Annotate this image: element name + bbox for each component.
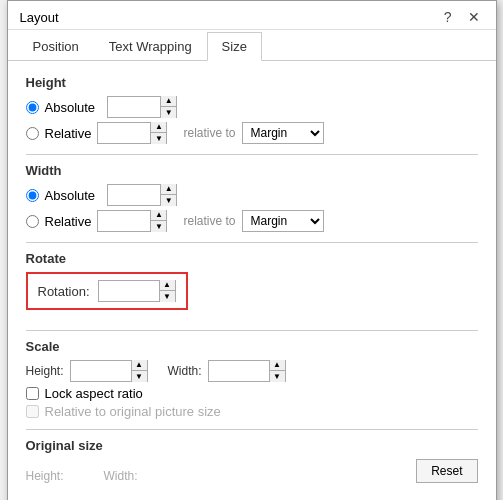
tab-position[interactable]: Position — [18, 32, 94, 61]
scale-height-down[interactable]: ▼ — [131, 371, 147, 382]
divider-2 — [26, 242, 478, 243]
rotate-section: Rotate Rotation: 0° ▲ ▼ — [26, 251, 478, 320]
divider-1 — [26, 154, 478, 155]
scale-height-item: Height: 100 % ▲ ▼ — [26, 360, 148, 382]
relative-to-original-row: Relative to original picture size — [26, 404, 478, 419]
rotation-input[interactable]: 0° — [99, 281, 159, 301]
width-margin-dropdown[interactable]: Margin Page — [242, 210, 324, 232]
tab-text-wrapping[interactable]: Text Wrapping — [94, 32, 207, 61]
scale-height-spin-buttons: ▲ ▼ — [131, 360, 147, 382]
original-size-fields: Height: Width: — [26, 469, 138, 483]
width-relative-spin: ▲ ▼ — [97, 210, 167, 232]
reset-button[interactable]: Reset — [416, 459, 477, 483]
height-absolute-input[interactable]: 0.42" — [108, 97, 160, 117]
divider-3 — [26, 330, 478, 331]
width-absolute-spin-buttons: ▲ ▼ — [160, 184, 176, 206]
original-size-row: Height: Width: Reset — [26, 459, 478, 483]
relative-to-original-label: Relative to original picture size — [45, 404, 221, 419]
width-absolute-down[interactable]: ▼ — [160, 195, 176, 206]
height-margin-dropdown[interactable]: Margin Page — [242, 122, 324, 144]
width-relative-input[interactable] — [98, 211, 150, 231]
scale-width-item: Width: 100 % ▲ ▼ — [168, 360, 286, 382]
height-relative-down[interactable]: ▼ — [150, 133, 166, 144]
original-width-label: Width: — [104, 469, 138, 483]
scale-height-up[interactable]: ▲ — [131, 360, 147, 371]
width-relative-down[interactable]: ▼ — [150, 221, 166, 232]
height-relative-spin: ▲ ▼ — [97, 122, 167, 144]
scale-width-input[interactable]: 100 % — [209, 361, 269, 381]
width-absolute-input[interactable]: 2.72" — [108, 185, 160, 205]
rotation-spin-buttons: ▲ ▼ — [159, 280, 175, 302]
width-section: Width Absolute 2.72" ▲ ▼ Relative — [26, 163, 478, 232]
lock-aspect-row: Lock aspect ratio — [26, 386, 478, 401]
height-absolute-row: Absolute 0.42" ▲ ▼ — [26, 96, 478, 118]
height-relative-up[interactable]: ▲ — [150, 122, 166, 133]
height-absolute-label: Absolute — [45, 100, 96, 115]
tab-bar: Position Text Wrapping Size — [8, 32, 496, 61]
scale-width-spin-buttons: ▲ ▼ — [269, 360, 285, 382]
scale-height-label: Height: — [26, 364, 64, 378]
width-section-label: Width — [26, 163, 478, 178]
lock-aspect-checkbox[interactable] — [26, 387, 39, 400]
title-bar: Layout ? ✕ — [8, 1, 496, 30]
height-absolute-up[interactable]: ▲ — [160, 96, 176, 107]
rotation-spin: 0° ▲ ▼ — [98, 280, 176, 302]
scale-row: Height: 100 % ▲ ▼ Width: 100 % ▲ — [26, 360, 478, 382]
rotate-section-label: Rotate — [26, 251, 478, 266]
scale-height-input[interactable]: 100 % — [71, 361, 131, 381]
tab-size[interactable]: Size — [207, 32, 262, 61]
width-absolute-up[interactable]: ▲ — [160, 184, 176, 195]
original-height-label: Height: — [26, 469, 64, 483]
height-relative-input[interactable] — [98, 123, 150, 143]
original-size-section: Original size Height: Width: Reset — [26, 438, 478, 483]
scale-width-up[interactable]: ▲ — [269, 360, 285, 371]
rotation-up[interactable]: ▲ — [159, 280, 175, 291]
layout-dialog: Layout ? ✕ Position Text Wrapping Size H… — [7, 0, 497, 500]
width-relative-label: Relative — [45, 214, 92, 229]
rotation-label: Rotation: — [38, 284, 90, 299]
width-margin-select[interactable]: Margin Page — [243, 211, 323, 231]
relative-to-original-checkbox[interactable] — [26, 405, 39, 418]
original-size-label: Original size — [26, 438, 478, 453]
width-relative-radio[interactable] — [26, 215, 39, 228]
width-relative-spin-buttons: ▲ ▼ — [150, 210, 166, 232]
title-bar-buttons: ? ✕ — [440, 9, 484, 25]
width-relative-up[interactable]: ▲ — [150, 210, 166, 221]
rotation-down[interactable]: ▼ — [159, 291, 175, 302]
height-absolute-radio[interactable] — [26, 101, 39, 114]
rotate-box: Rotation: 0° ▲ ▼ — [26, 272, 188, 310]
width-absolute-radio[interactable] — [26, 189, 39, 202]
height-absolute-spin: 0.42" ▲ ▼ — [107, 96, 177, 118]
dialog-title: Layout — [20, 10, 59, 25]
height-margin-select[interactable]: Margin Page — [243, 123, 323, 143]
scale-section-label: Scale — [26, 339, 478, 354]
height-section-label: Height — [26, 75, 478, 90]
dialog-content: Height Absolute 0.42" ▲ ▼ Relative — [8, 61, 496, 500]
close-button[interactable]: ✕ — [464, 9, 484, 25]
scale-height-spin: 100 % ▲ ▼ — [70, 360, 148, 382]
scale-section: Scale Height: 100 % ▲ ▼ Width: 100 — [26, 339, 478, 419]
height-relative-to-label: relative to — [183, 126, 235, 140]
width-absolute-label: Absolute — [45, 188, 96, 203]
width-relative-row: Relative ▲ ▼ relative to Margin Page — [26, 210, 478, 232]
divider-4 — [26, 429, 478, 430]
width-absolute-spin: 2.72" ▲ ▼ — [107, 184, 177, 206]
help-button[interactable]: ? — [440, 9, 456, 25]
height-relative-label: Relative — [45, 126, 92, 141]
height-absolute-down[interactable]: ▼ — [160, 107, 176, 118]
height-relative-row: Relative ▲ ▼ relative to Margin Page — [26, 122, 478, 144]
scale-width-down[interactable]: ▼ — [269, 371, 285, 382]
height-relative-spin-buttons: ▲ ▼ — [150, 122, 166, 144]
width-absolute-row: Absolute 2.72" ▲ ▼ — [26, 184, 478, 206]
scale-width-label: Width: — [168, 364, 202, 378]
height-relative-radio[interactable] — [26, 127, 39, 140]
lock-aspect-label: Lock aspect ratio — [45, 386, 143, 401]
height-absolute-spin-buttons: ▲ ▼ — [160, 96, 176, 118]
scale-width-spin: 100 % ▲ ▼ — [208, 360, 286, 382]
height-section: Height Absolute 0.42" ▲ ▼ Relative — [26, 75, 478, 144]
width-relative-to-label: relative to — [183, 214, 235, 228]
